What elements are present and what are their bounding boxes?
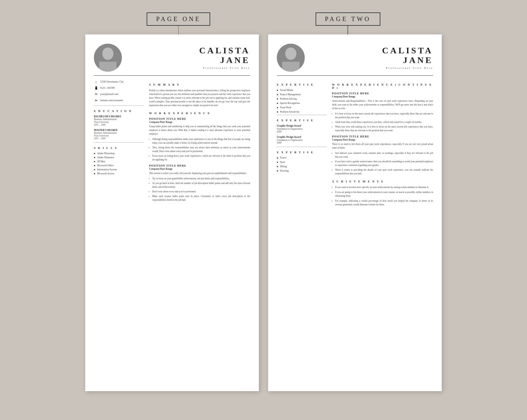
skill-adobe-illustrator: Adobe Illustrator [94,156,144,159]
continued-position-2: POSITION TITLE HERE Company/Date Range T… [332,135,433,176]
svg-rect-3 [99,62,117,72]
work-bullet: Make each resume bullet point earn its p… [152,194,250,202]
name-block: CALISTAJANE Professional Title Here [128,46,250,69]
name-block-p2: CALISTAJANE Professional Title Here [311,46,433,69]
expertise-3-label: E X P E R T I S E [277,151,326,154]
achievement-bullet: If you are going to list down your achie… [335,190,433,198]
avatar-p2 [277,44,305,72]
summary-text: Profile is a short introduction which ou… [149,89,250,107]
contact-website: in domain.com/yourname [94,98,144,102]
expertise-1-list: Social Media Project Management Problem … [277,89,326,113]
work-bullet: Although listing responsibilities under … [152,137,250,145]
work-bullet: Thus, listing down the responsibilities … [152,146,250,153]
svg-rect-7 [282,62,299,72]
svg-point-5 [285,47,296,60]
expertise-item: Social Media [277,89,326,92]
professional-title: Professional Title Here [128,66,250,69]
work-bullet: Try to focus on your quantifiable achiev… [152,177,250,181]
skill-information-system: Information System [94,168,144,171]
phone-icon: 📱 [94,86,98,90]
page-one-label: PAGE ONE [147,12,210,26]
resume-header: CALISTAJANE Professional Title Here [94,44,250,72]
expertise-item: Project Management [277,93,326,96]
work-bullet: It is best to focus on the most current … [335,112,433,119]
linkedin-icon: in [94,98,98,102]
skills-label: S K I L L S [94,146,144,150]
expertise-item: Sport [277,161,326,163]
page-two-label: PAGE TWO [316,12,380,26]
award-2: Graphic Design Award Foundation or Organ… [277,136,326,144]
award-1: Graphic Design Award Foundation or Organ… [277,124,326,133]
skill-3dmax: 3D Max [94,160,144,163]
education-bachelor: BACHELOR'S DEGREE Business Administratio… [94,115,144,126]
continued-position-1: POSITION TITLE HERE Company/Date Range A… [332,92,433,132]
achievement-bullet: For example, indicating a certain percen… [335,199,433,207]
work-bullet: As you go back in time, limit the number… [152,181,250,189]
achievements-label: A C H I E V E M E N T S [332,180,433,183]
work-bullet: When you were still starting out. It is … [335,125,433,132]
work-experience-label: W O R K E X P E R I E N C E [149,112,250,115]
expertise-item: Problem Sensitivity [277,110,326,113]
work-bullet: Focus more on listing down your work exp… [152,154,250,162]
work-bullet: When it comes to providing the details o… [335,168,433,176]
education-master: MASTER'S DEGREE Business Administration … [94,129,144,140]
work-bullet: Just indicate your volunteer work, summe… [335,151,433,159]
position-2: POSITION TITLE HERE Company/Date Range T… [149,164,250,202]
summary-label: S U M M A R Y [149,83,250,86]
expertise-item: Hiking [277,165,326,168]
skill-adobe-photoshop: Adobe Photoshop [94,152,144,155]
skill-microsoft-office: Microsoft Office [94,164,144,167]
expertise-item: Speech Recognition [277,102,326,105]
full-name: CALISTAJANE [128,46,250,65]
achievement-bullet: If you want to become more specific on y… [335,185,433,189]
contact-phone: 📱 0123 - 456789 [94,86,144,90]
expertise-item: Drawing [277,169,326,172]
right-column-p2: W O R K E X P E R I E N C E ( C O N T I … [332,79,433,208]
expertise-item: Travel [277,156,326,159]
education-label: E D U C A T I O N [94,109,144,113]
contact-address: ⌂ 12345 Streetname, City [94,79,144,84]
work-bullet: Aside from that, avoid those experiences… [335,120,433,124]
left-column-p2: E X P E R T I S E Social Media Project M… [277,79,326,208]
page-two: CALISTAJANE Professional Title Here E X … [268,34,442,391]
professional-title-p2: Professional Title Here [311,66,433,69]
svg-point-1 [102,47,113,60]
avatar [94,44,122,72]
home-icon: ⌂ [94,79,98,84]
position-1: POSITION TITLE HERE Company/Date Range U… [149,117,250,162]
expertise-item: Team Work [277,106,326,109]
work-bullet: If you have such a gender neutral name, … [335,160,433,167]
expertise-3-list: Travel Sport Hiking Drawing [277,156,326,172]
full-name-p2: CALISTAJANE [311,46,433,65]
contact-email: ✉ yours@email.com [94,92,144,96]
expertise-item: Problem Solving [277,97,326,100]
right-column: S U M M A R Y Profile is a short introdu… [149,79,250,203]
left-column: ⌂ 12345 Streetname, City 📱 0123 - 456789… [94,79,144,203]
work-bullet: Don't write about every task you've perf… [152,190,250,194]
work-continued-label: W O R K E X P E R I E N C E ( C O N T I … [332,83,433,89]
skill-microsoft-access: Microsoft Access [94,172,144,175]
email-icon: ✉ [94,92,98,96]
resume-header-p2: CALISTAJANE Professional Title Here [277,44,433,72]
page-one: CALISTAJANE Professional Title Here ⌂ 12… [85,34,259,391]
expertise-1-label: E X P E R T I S E [277,83,326,86]
expertise-2-label: E X P E R T I S E [277,119,326,122]
